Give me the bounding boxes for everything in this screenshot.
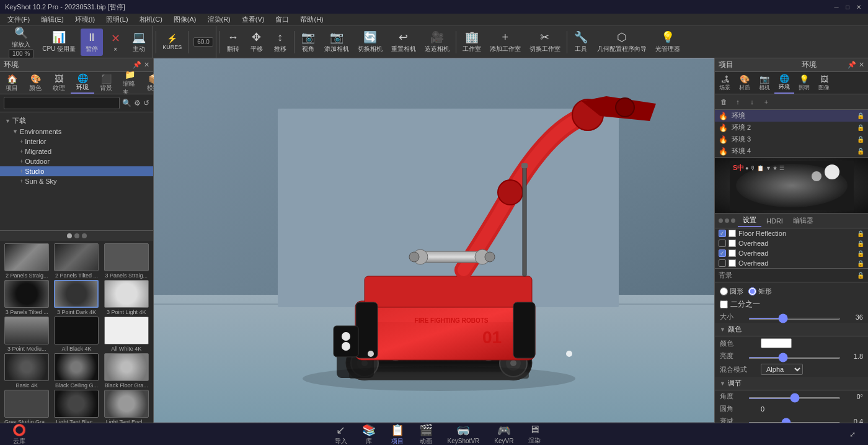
thumb-item-3[interactable]: 3 Panels Tilted ... — [2, 280, 51, 315]
shape-circle-radio[interactable] — [720, 287, 728, 295]
light-manager-btn[interactable]: 💡 光管理器 — [652, 29, 684, 56]
layer-check-2[interactable]: ✓ — [719, 249, 726, 257]
blend-mode-select[interactable]: Alpha Normal Multiply Screen — [761, 364, 803, 375]
cut-studio-btn[interactable]: ✂ 切换工作室 — [526, 29, 564, 56]
sub-tab-texture[interactable]: 🖼 纹理 — [47, 72, 71, 94]
viewport[interactable]: FIRE FIGHTING ROBOTS 01 — [154, 58, 714, 423]
adjust-section-header[interactable]: ▼ 调节 — [715, 377, 868, 390]
thumb-item-4[interactable]: 3 Point Dark 4K — [52, 280, 100, 315]
thumb-item-0[interactable]: 2 Panels Straig... — [2, 243, 51, 279]
rp-up-icon[interactable]: ↑ — [732, 96, 744, 108]
thumb-item-9[interactable]: Basic 4K — [2, 353, 51, 389]
menu-window[interactable]: 窗口 — [270, 14, 294, 25]
nav-animation[interactable]: 🎬 动画 — [419, 423, 433, 446]
stop-btn[interactable]: ✕ × — [104, 29, 126, 56]
layer-row-1[interactable]: Overhead 🔒 — [715, 238, 868, 248]
nav-import[interactable]: ↙ 导入 — [335, 423, 347, 446]
rp-add-icon[interactable]: + — [760, 96, 773, 108]
menu-env[interactable]: 环境(I) — [70, 14, 100, 25]
angle-slider[interactable] — [748, 397, 841, 399]
geometry-btn[interactable]: ⬡ 几何配置程序向导 — [593, 29, 650, 56]
pause-btn[interactable]: ⏸ 暂停 — [81, 29, 103, 56]
tree-item-download[interactable]: ▼ 下载 — [0, 115, 153, 127]
settings-tab-hdri[interactable]: HDRI — [761, 216, 788, 226]
layer-check-3[interactable] — [719, 259, 726, 267]
rp-down-icon[interactable]: ↓ — [746, 96, 758, 108]
brightness-slider[interactable] — [748, 357, 841, 359]
thumb-item-8[interactable]: All White 4K — [102, 317, 151, 352]
search-input[interactable] — [4, 97, 120, 109]
panel-close-icon[interactable]: ✕ — [144, 61, 149, 69]
shape-rect-radio[interactable] — [748, 287, 756, 295]
layer-row-0[interactable]: ✓ Floor Reflection 🔒 — [715, 228, 868, 238]
right-tab-scene[interactable]: 🏞 场景 — [715, 72, 735, 94]
rp-delete-icon[interactable]: 🗑 — [717, 96, 730, 108]
sub-tab-thumbnail[interactable]: 📁 缩略夹 — [118, 72, 141, 94]
search-options-icon[interactable]: ⚙ — [134, 99, 141, 107]
zoom-btn[interactable]: 🔍 缩放入 100 % — [5, 29, 37, 56]
tree-item-sun-sky[interactable]: + Sun & Sky — [0, 176, 153, 186]
cpu-btn[interactable]: 📊 CPU 使用量 — [38, 29, 79, 56]
minimize-btn[interactable]: ─ — [832, 2, 841, 11]
tools-btn[interactable]: 🔧 工具 — [570, 29, 592, 56]
thumb-item-11[interactable]: Black Floor Gra... — [102, 353, 151, 389]
thumb-item-5[interactable]: 3 Point Light 4K — [102, 280, 151, 315]
sub-tab-bg[interactable]: ⬛ 背景 — [94, 72, 118, 94]
thumb-dot-2[interactable] — [74, 233, 79, 238]
camera-btn[interactable]: 📷 视角 — [297, 29, 319, 56]
thumb-item-12[interactable]: Grey Studio Gra... — [2, 390, 51, 423]
right-tab-material[interactable]: 🎨 材质 — [735, 72, 755, 94]
search-refresh-icon[interactable]: ↺ — [143, 99, 149, 107]
menu-help[interactable]: 帮助(H) — [295, 14, 328, 25]
env-row-1[interactable]: 🔥 环境 2 🔒 — [715, 122, 868, 133]
push-btn[interactable]: ↕ 推移 — [269, 29, 291, 56]
right-tab-image[interactable]: 🖼 图像 — [814, 72, 834, 94]
move-btn[interactable]: ✥ 平移 — [246, 29, 268, 56]
translate-btn[interactable]: ↔ 翻转 — [222, 29, 244, 56]
thumb-item-2[interactable]: 3 Panels Straig... — [102, 243, 151, 279]
menu-edit[interactable]: 编辑(E) — [36, 14, 69, 25]
thumb-dot-3[interactable] — [82, 233, 87, 238]
maximize-btn[interactable]: □ — [843, 2, 852, 11]
sub-tab-color[interactable]: 🎨 颜色 — [24, 72, 47, 94]
menu-image[interactable]: 图像(A) — [169, 14, 202, 25]
layer-check-1[interactable] — [719, 240, 726, 247]
thumb-dot-1[interactable] — [67, 233, 72, 238]
cpu-active-btn[interactable]: 💻 主动 — [128, 29, 150, 56]
panel-pin-icon[interactable]: 📌 — [133, 61, 141, 69]
cut-camera-btn[interactable]: 🔄 切换相机 — [354, 29, 386, 56]
thumb-item-6[interactable]: 3 Point Mediu... — [2, 317, 51, 352]
shape-circle-opt[interactable]: 圆形 — [720, 287, 743, 296]
settings-tab-settings[interactable]: 设置 — [738, 214, 761, 227]
move-camera-btn[interactable]: 🎥 造造相机 — [421, 29, 453, 56]
settings-tab-editor[interactable]: 编辑器 — [788, 215, 818, 227]
studio-btn[interactable]: 🏢 工作室 — [459, 29, 485, 56]
add-camera-btn[interactable]: 📷 添加相机 — [321, 29, 353, 56]
reset-camera-btn[interactable]: ↩ 重置相机 — [388, 29, 420, 56]
thumb-item-1[interactable]: 2 Panels Tilted ... — [52, 243, 100, 279]
thumb-item-10[interactable]: Black Ceiling G... — [52, 353, 100, 389]
tree-item-migrated[interactable]: + Migrated — [0, 146, 153, 156]
menu-file[interactable]: 文件(F) — [2, 14, 35, 25]
size-slider[interactable] — [748, 318, 841, 320]
tree-item-environments[interactable]: ▼ Environments — [0, 127, 153, 137]
tree-item-interior[interactable]: + Interior — [0, 137, 153, 146]
right-tab-lighting[interactable]: 💡 照明 — [794, 72, 814, 94]
menu-render[interactable]: 渲染(R) — [203, 14, 236, 25]
menu-lighting[interactable]: 照明(L) — [101, 14, 133, 25]
env-row-2[interactable]: 🔥 环境 3 🔒 — [715, 133, 868, 145]
color-section-header[interactable]: ▼ 颜色 — [715, 323, 868, 336]
close-btn[interactable]: ✕ — [854, 2, 863, 11]
env-row-0[interactable]: 🔥 环境 🔒 — [715, 110, 868, 122]
shape-rect-opt[interactable]: 矩形 — [748, 287, 772, 296]
kures-btn[interactable]: ⚡ KURES — [159, 29, 185, 56]
search-icon[interactable]: 🔍 — [122, 99, 131, 107]
add-studio-btn[interactable]: + 添加工作室 — [486, 29, 525, 56]
half-checkbox[interactable] — [720, 300, 728, 308]
tree-item-outdoor[interactable]: + Outdoor — [0, 156, 153, 166]
menu-view[interactable]: 查看(V) — [237, 14, 270, 25]
menu-camera[interactable]: 相机(C) — [135, 14, 167, 25]
nav-project[interactable]: 📋 项目 — [391, 423, 404, 446]
thumb-item-14[interactable]: Light Tent Encl... — [102, 390, 151, 423]
nav-keyvr[interactable]: 🎮 KeyVR — [494, 424, 513, 444]
